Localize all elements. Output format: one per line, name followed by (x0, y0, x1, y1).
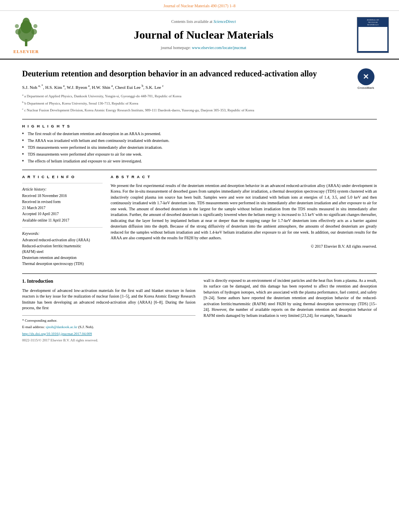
received-date: Received 18 November 2016 (22, 193, 103, 199)
history-label: Article history: (22, 187, 103, 192)
contents-available-line: Contents lists available at ScienceDirec… (52, 19, 355, 25)
highlights-section: H I G H L I G H T S The first result of … (22, 123, 377, 164)
svg-point-5 (31, 29, 37, 35)
highlight-item-1: The first result of the deuterium retent… (22, 131, 377, 137)
article-title-text: Deuterium retention and desorption behav… (22, 69, 317, 78)
doi-line: http://dx.doi.org/10.1016/j.jnucmat.2017… (22, 331, 195, 337)
highlight-item-3: TDS measurements were performed in situ … (22, 145, 377, 150)
contents-text: Contents lists available at (171, 19, 212, 24)
journal-header: ELSEVIER Contents lists available at Sci… (0, 11, 399, 60)
jnm-logo-title: JOURNAL OFNUCLEARMATERIALS (367, 19, 379, 26)
journal-logo-image: JOURNAL OFNUCLEARMATERIALS (357, 17, 389, 53)
footnote-corresponding: * Corresponding author. (22, 318, 195, 323)
abstract-body: We present the first experimental result… (111, 183, 377, 241)
highlight-item-4: TDS measurements were performed after ex… (22, 152, 377, 157)
article-info-header: A R T I C L E I N F O (22, 174, 103, 179)
abstract-text: We present the first experimental result… (111, 183, 377, 241)
authors-line: S.J. Noh a, *, H.S. Kim a, W.J. Byeon a,… (22, 84, 377, 90)
keywords-label: Keywords: (22, 231, 103, 236)
crossmark-icon: ✕ (363, 73, 369, 80)
abstract-header: A B S T R A C T (111, 174, 377, 179)
svg-point-6 (15, 24, 19, 28)
affiliation-b: b b Department of Physics, Korea Univers… (22, 100, 377, 107)
divider-keywords (22, 227, 103, 228)
sciencedirect-link[interactable]: ScienceDirect (214, 19, 236, 24)
intro-left-col: 1. Introduction The development of advan… (22, 278, 195, 343)
footnote-email: E-mail address: sjnoh@dankook.ac.kr (S.J… (22, 325, 195, 330)
svg-point-4 (15, 29, 21, 35)
affiliation-c: c c Nuclear Fusion Development Division,… (22, 107, 377, 113)
article-history: Article history: Received 18 November 20… (22, 187, 103, 223)
affiliation-a: a a Department of Applied Physics, Danko… (22, 93, 377, 99)
jnm-logo-body (358, 27, 387, 51)
divider-info-inner (22, 183, 103, 183)
highlight-item-2: The ARAA was irradiated with helium and … (22, 138, 377, 144)
main-content: Deuterium retention and desorption behav… (0, 60, 399, 349)
crossmark-badge: ✕ CrossMark (355, 68, 377, 90)
available-online-date: Available online 11 April 2017 (22, 218, 103, 223)
highlight-item-5: The effects of helium irradiation and ex… (22, 158, 377, 164)
journal-citation-bar: Journal of Nuclear Materials 490 (2017) … (0, 0, 399, 11)
crossmark-circle: ✕ (358, 68, 374, 85)
keywords-section: Keywords: Advanced reduced-activation al… (22, 231, 103, 267)
divider-highlights (22, 119, 377, 119)
elsevier-logo: ELSEVIER (4, 15, 48, 55)
divider-article-info (22, 170, 377, 170)
keyword-1: Advanced reduced-activation alloy (ARAA) (22, 238, 103, 243)
journal-logo-box: JOURNAL OFNUCLEARMATERIALS (355, 15, 391, 55)
authors-text: S.J. Noh a, *, H.S. Kim a, W.J. Byeon a,… (22, 85, 164, 90)
highlights-header: H I G H L I G H T S (22, 123, 377, 129)
journal-title: Journal of Nuclear Materials (52, 27, 355, 43)
doi-link[interactable]: http://dx.doi.org/10.1016/j.jnucmat.2017… (22, 332, 92, 336)
received-revised-date: 21 March 2017 (22, 205, 103, 211)
svg-point-3 (23, 18, 30, 27)
homepage-text: journal homepage: (161, 45, 191, 50)
homepage-url[interactable]: www.elsevier.com/locate/jnucmat (192, 45, 246, 50)
copyright-footer: 0022-3115/© 2017 Elsevier B.V. All right… (22, 338, 195, 343)
crossmark-label: CrossMark (355, 86, 377, 90)
email-link[interactable]: sjnoh@dankook.ac.kr (45, 325, 77, 329)
received-revised-label: Received in revised form (22, 199, 103, 205)
intro-right-col: wall is directly exposed to an environme… (204, 278, 377, 343)
article-info-col: A R T I C L E I N F O Article history: R… (22, 174, 103, 267)
keyword-4: Thermal desorption spectroscopy (TDS) (22, 261, 103, 267)
journal-header-center: Contents lists available at ScienceDirec… (52, 15, 355, 55)
introduction-body: 1. Introduction The development of advan… (22, 278, 377, 343)
page: Journal of Nuclear Materials 490 (2017) … (0, 0, 399, 532)
article-title-container: Deuterium retention and desorption behav… (22, 68, 377, 79)
intro-right-text: wall is directly exposed to an environme… (204, 278, 377, 319)
intro-heading: 1. Introduction (22, 278, 195, 285)
svg-point-7 (33, 24, 37, 28)
highlights-list: The first result of the deuterium retent… (22, 131, 377, 164)
footnote-area: * Corresponding author. E-mail address: … (22, 315, 195, 343)
accepted-date: Accepted 10 April 2017 (22, 212, 103, 217)
abstract-col: A B S T R A C T We present the first exp… (111, 174, 377, 267)
copyright-line: © 2017 Elsevier B.V. All rights reserved… (111, 244, 377, 249)
keyword-3: Deuterium retention and desorption (22, 255, 103, 261)
journal-citation: Journal of Nuclear Materials 490 (2017) … (164, 4, 236, 8)
elsevier-tree-icon (12, 15, 40, 47)
article-info-abstract: A R T I C L E I N F O Article history: R… (22, 174, 377, 267)
intro-left-text: The development of advanced low-activati… (22, 288, 195, 311)
elsevier-label: ELSEVIER (13, 49, 39, 55)
keyword-2: Reduced-activation ferritic/martensitic … (22, 244, 103, 255)
affiliations: a a Department of Applied Physics, Danko… (22, 93, 377, 113)
journal-homepage-line: journal homepage: www.elsevier.com/locat… (52, 45, 355, 51)
introduction-section: 1. Introduction The development of advan… (22, 273, 377, 343)
